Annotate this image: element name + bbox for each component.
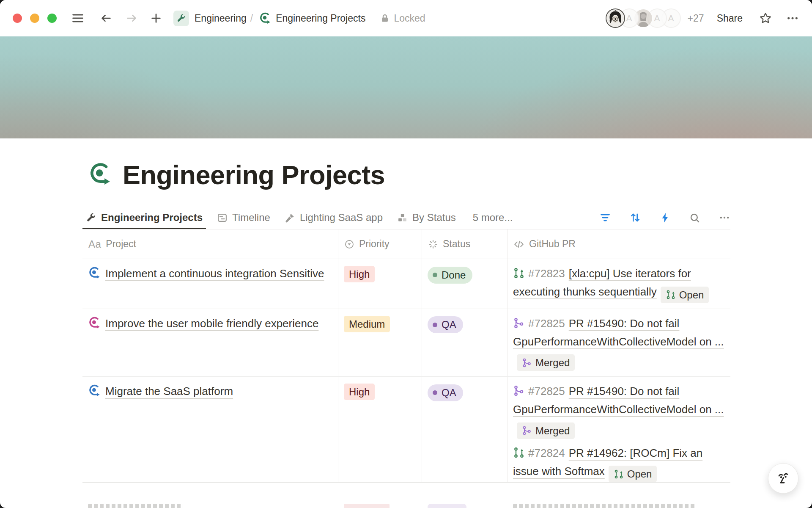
- pr-state-icon: [513, 447, 525, 458]
- pr-state-icon: [513, 317, 525, 329]
- minimize-button[interactable]: [30, 14, 39, 23]
- status-label: QA: [442, 316, 456, 333]
- breadcrumb-separator: /: [250, 13, 253, 24]
- pr-badge-label: Open: [627, 466, 652, 482]
- more-options-icon[interactable]: [786, 11, 799, 25]
- status-pill[interactable]: QA: [428, 316, 463, 333]
- column-header-github-pr[interactable]: GitHub PR: [508, 229, 730, 259]
- avatar[interactable]: [606, 8, 625, 28]
- pr-badge-icon: [522, 358, 532, 368]
- status-cell[interactable]: QA: [422, 377, 508, 483]
- pr-badge-label: Open: [679, 287, 704, 303]
- collaborator-overflow-count[interactable]: +27: [688, 13, 704, 24]
- pr-entry: #72825PR #15490: Do not fail GpuPerforma…: [513, 382, 724, 439]
- table-row: Improve the user mobile friendly experie…: [82, 309, 730, 377]
- column-header-status[interactable]: Status: [422, 229, 508, 259]
- status-cell[interactable]: Done: [422, 259, 508, 309]
- priority-label: High: [349, 268, 370, 280]
- column-header-project[interactable]: Aa Project: [82, 229, 338, 259]
- favorite-star-icon[interactable]: [759, 11, 772, 25]
- column-header-priority[interactable]: Priority: [338, 229, 422, 259]
- project-cell[interactable]: Implement a continuous integration Sensi…: [82, 259, 338, 309]
- table-row: Migrate the SaaS platform High QA #72825…: [82, 377, 730, 483]
- project-title-link[interactable]: Implement a continuous integration Sensi…: [105, 267, 324, 280]
- sort-icon[interactable]: [629, 212, 641, 224]
- forward-button[interactable]: [125, 12, 138, 25]
- status-dot: [433, 323, 437, 327]
- code-icon: [513, 239, 524, 250]
- pr-status-badge[interactable]: Open: [609, 466, 657, 482]
- pr-state-icon: [513, 267, 525, 279]
- project-icon: [88, 384, 101, 397]
- priority-badge[interactable]: High: [344, 266, 375, 282]
- more-views-button[interactable]: 5 more...: [470, 211, 516, 224]
- breadcrumb-root[interactable]: Engineering: [195, 13, 247, 24]
- project-title-link[interactable]: Migrate the SaaS platform: [105, 385, 233, 398]
- wrench-icon: [86, 213, 96, 223]
- locked-indicator[interactable]: Locked: [380, 13, 425, 24]
- pr-status-badge[interactable]: Merged: [517, 422, 575, 439]
- tab-timeline[interactable]: Timeline: [214, 206, 274, 229]
- pr-number: #72823: [528, 267, 565, 280]
- lock-icon: [380, 13, 390, 23]
- pr-entry: #72825PR #15490: Do not fail GpuPerforma…: [513, 315, 724, 371]
- project-title-link[interactable]: Improve the user mobile friendly experie…: [105, 317, 318, 330]
- table-row: Implement a continuous integration Sensi…: [82, 259, 730, 309]
- pr-status-badge[interactable]: Merged: [517, 354, 575, 371]
- hammer-icon: [285, 213, 295, 223]
- board-icon: [397, 213, 408, 223]
- sidebar-toggle-button[interactable]: [71, 11, 85, 25]
- status-dot: [433, 273, 437, 277]
- app-window: Engineering / Engineering Projects Locke…: [0, 0, 812, 508]
- page-icon-small: [259, 12, 272, 25]
- priority-badge[interactable]: Medium: [344, 316, 390, 332]
- status-spinner-icon: [428, 239, 438, 249]
- zoom-button[interactable]: [47, 14, 57, 23]
- filter-icon[interactable]: [599, 212, 611, 224]
- tab-lighting-saas-app[interactable]: Lighting SaaS app: [281, 206, 386, 229]
- pr-badge-icon: [614, 469, 624, 479]
- status-cell[interactable]: QA: [422, 309, 508, 377]
- workspace-wrench-icon[interactable]: [173, 11, 189, 26]
- priority-label: High: [349, 386, 370, 398]
- status-label: Done: [442, 267, 466, 284]
- tab-by-status[interactable]: By Status: [394, 206, 459, 229]
- status-pill[interactable]: QA: [428, 384, 463, 401]
- github-pr-cell[interactable]: #72825PR #15490: Do not fail GpuPerforma…: [508, 377, 730, 483]
- github-pr-cell[interactable]: #72823[xla:cpu] Use iterators for execut…: [508, 259, 730, 309]
- search-icon[interactable]: [689, 212, 700, 224]
- page-icon[interactable]: [88, 162, 112, 188]
- priority-cell[interactable]: High: [338, 259, 422, 309]
- pr-entry: #72824PR #14962: [ROCm] Fix an issue wit…: [513, 444, 724, 483]
- locked-label: Locked: [394, 13, 425, 24]
- close-button[interactable]: [13, 14, 22, 23]
- notion-ai-button[interactable]: [768, 463, 798, 494]
- view-options-icon[interactable]: [719, 212, 730, 224]
- status-dot: [433, 390, 437, 395]
- share-button[interactable]: Share: [714, 12, 745, 25]
- pr-status-badge[interactable]: Open: [661, 287, 709, 303]
- window-controls: [13, 14, 57, 23]
- clipped-row-hint: [82, 504, 730, 508]
- pr-badge-label: Merged: [535, 422, 570, 439]
- timeline-icon: [217, 213, 228, 223]
- automation-bolt-icon[interactable]: [659, 212, 671, 224]
- new-tab-button[interactable]: [150, 12, 162, 25]
- project-cell[interactable]: Migrate the SaaS platform: [82, 377, 338, 483]
- ai-face-icon: [774, 469, 792, 487]
- priority-label: Medium: [349, 318, 385, 330]
- priority-badge[interactable]: High: [344, 384, 375, 400]
- pr-number: #72825: [528, 317, 565, 330]
- pr-number: #72825: [528, 385, 565, 398]
- github-pr-cell[interactable]: #72825PR #15490: Do not fail GpuPerforma…: [508, 309, 730, 377]
- pr-entry: #72823[xla:cpu] Use iterators for execut…: [513, 265, 724, 303]
- priority-cell[interactable]: Medium: [338, 309, 422, 377]
- back-button[interactable]: [100, 12, 112, 25]
- project-icon: [88, 316, 101, 329]
- breadcrumb-current[interactable]: Engineering Projects: [276, 13, 365, 24]
- select-icon: [344, 239, 354, 249]
- status-pill[interactable]: Done: [428, 267, 472, 284]
- project-cell[interactable]: Improve the user mobile friendly experie…: [82, 309, 338, 377]
- tab-engineering-projects[interactable]: Engineering Projects: [82, 206, 206, 229]
- priority-cell[interactable]: High: [338, 377, 422, 483]
